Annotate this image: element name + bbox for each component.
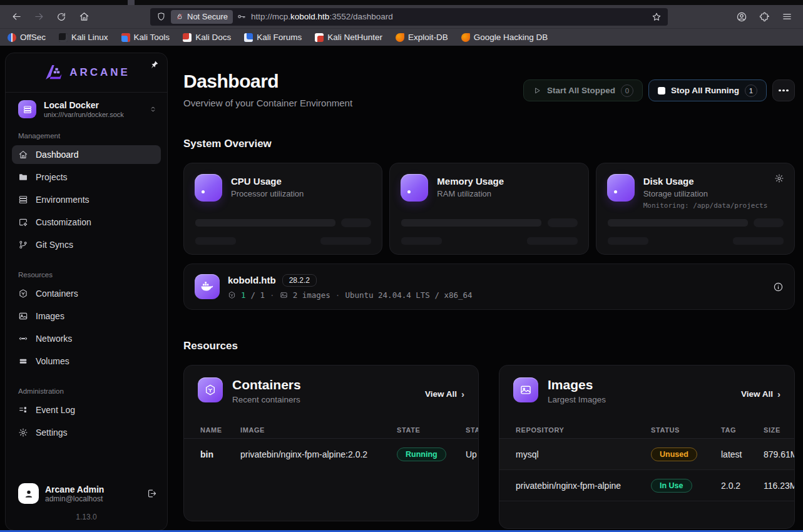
loading-spinner-dot (614, 190, 617, 193)
forward-button[interactable] (29, 8, 49, 26)
cpu-card-icon (195, 174, 222, 202)
arcane-logo-icon (43, 62, 64, 83)
bookmark-kali-forums[interactable]: Kali Forums (244, 33, 302, 42)
sidebar-item-environments[interactable]: Environments (12, 190, 161, 209)
images-view-all-link[interactable]: View All › (741, 384, 780, 404)
reload-button[interactable] (51, 8, 71, 26)
sidebar-item-containers[interactable]: Containers (12, 284, 161, 303)
chevron-right-icon: › (777, 389, 780, 399)
brand-row: ARCANE (6, 53, 167, 93)
image-row[interactable]: mysql Unused latest 879.61MB (499, 439, 794, 470)
container-image: privatebin/nginx-fpm-alpine:2.0.2 (240, 449, 397, 459)
bookmark-google-hacking-db[interactable]: Google Hacking DB (461, 33, 548, 42)
bookmark-label: Kali Tools (134, 33, 170, 42)
bookmark-offsec[interactable]: OffSec (8, 33, 46, 42)
bookmark-label: Google Hacking DB (474, 33, 548, 42)
bookmark-label: Kali Docs (195, 33, 231, 42)
containers-view-all-link[interactable]: View All › (425, 384, 464, 404)
image-row[interactable]: privatebin/nginx-fpm-alpine In Use 2.0.2… (499, 470, 794, 501)
home-icon (18, 150, 28, 160)
sidebar: ARCANE Local Docker unix:///var/run/dock… (5, 53, 168, 531)
col-tag: TAG (721, 426, 764, 434)
sidebar-item-images[interactable]: Images (12, 307, 161, 325)
home-button[interactable] (74, 8, 94, 26)
sidebar-item-networks[interactable]: Networks (12, 329, 161, 348)
kali-tools-icon (121, 33, 130, 42)
sidebar-item-label: Projects (36, 172, 68, 182)
url-text: http://mcp.kobold.htb:3552/dashboard (251, 12, 393, 21)
home-icon (79, 11, 90, 22)
shield-permissions-icon (156, 12, 166, 21)
images-summary: 2 images (293, 290, 330, 300)
environment-name: Local Docker (44, 100, 124, 110)
skeleton-pill (754, 218, 784, 227)
sidebar-item-git-syncs[interactable]: Git Syncs (12, 235, 161, 254)
dot-separator: · (335, 290, 340, 300)
sidebar-item-customization[interactable]: Customization (12, 213, 161, 232)
bookmark-kali-tools[interactable]: Kali Tools (121, 33, 170, 42)
security-chip[interactable]: Not Secure (171, 10, 233, 24)
bookmark-label: Exploit-DB (408, 33, 448, 42)
gear-icon (18, 427, 28, 437)
start-all-stopped-button[interactable]: Start All Stopped 0 (523, 79, 643, 101)
bookmark-exploit-db[interactable]: Exploit-DB (396, 33, 448, 42)
folder-icon (18, 172, 28, 182)
stat-cards-row: CPU Usage Processor utilization Memory U… (183, 163, 795, 255)
user-email: admin@localhost (45, 494, 104, 503)
stat-card-title: Memory Usage (437, 176, 504, 187)
stop-all-running-button[interactable]: Stop All Running 1 (648, 79, 767, 101)
skeleton-pill (548, 218, 578, 227)
stat-card-title: Disk Usage (643, 176, 768, 187)
environment-icon (18, 100, 36, 118)
info-icon[interactable] (773, 282, 784, 292)
stat-card-subtitle: RAM utilization (437, 189, 504, 198)
sidebar-item-volumes[interactable]: Volumes (12, 352, 161, 371)
account-button[interactable] (732, 8, 752, 26)
bookmark-star-icon[interactable] (652, 12, 662, 22)
image-icon (18, 311, 28, 321)
sidebar-item-projects[interactable]: Projects (12, 168, 161, 187)
images-card-icon (513, 377, 538, 402)
chevron-up-down-icon (149, 105, 157, 113)
image-tag: 2.0.2 (721, 481, 764, 491)
network-arrows-icon (18, 334, 28, 344)
window-top-strip (0, 0, 803, 5)
images-card-title: Images (548, 377, 606, 392)
environment-selector[interactable]: Local Docker unix:///var/run/docker.sock (6, 93, 167, 126)
disk-settings-gear-icon[interactable] (774, 173, 784, 183)
host-text: kobold.htb 28.2.2 1 / 1 · 2 images · Ubu… (228, 274, 473, 300)
bookmark-label: Kali NetHunter (327, 33, 382, 42)
screen: Not Secure http://mcp.kobold.htb:3552/da… (0, 0, 803, 532)
extensions-button[interactable] (754, 8, 774, 26)
sidebar-item-dashboard[interactable]: Dashboard (12, 145, 161, 164)
host-name: kobold.htb (228, 275, 276, 285)
containers-card-subtitle: Recent containers (232, 395, 301, 404)
avatar[interactable] (18, 483, 39, 504)
image-tag: latest (721, 449, 764, 459)
sidebar-item-label: Images (36, 311, 64, 321)
skeleton-bar (527, 237, 578, 245)
bookmark-kali-linux[interactable]: Kali Linux (59, 33, 108, 42)
bookmark-kali-docs[interactable]: Kali Docs (183, 33, 231, 42)
col-image: IMAGE (240, 426, 397, 434)
sidebar-item-settings[interactable]: Settings (12, 423, 161, 442)
more-actions-button[interactable] (772, 79, 795, 101)
container-row[interactable]: bin privatebin/nginx-fpm-alpine:2.0.2 Ru… (184, 439, 478, 470)
stat-card-title: CPU Usage (231, 176, 304, 187)
col-state: STATE (397, 426, 466, 434)
pin-icon[interactable] (150, 60, 159, 69)
sidebar-item-event-log[interactable]: Event Log (12, 401, 161, 419)
url-host: kobold.htb (290, 12, 329, 21)
kali-dragon-icon (59, 33, 68, 42)
section-label-administration: Administration (6, 381, 167, 399)
play-icon (533, 86, 541, 95)
containers-total: / 1 (251, 290, 265, 300)
back-button[interactable] (6, 8, 26, 26)
bookmark-label: Kali Linux (71, 33, 108, 42)
ellipsis-icon (779, 90, 781, 92)
status-badge: In Use (651, 479, 692, 493)
menu-button[interactable] (777, 8, 797, 26)
url-bar[interactable]: Not Secure http://mcp.kobold.htb:3552/da… (150, 8, 668, 26)
bookmark-kali-nethunter[interactable]: Kali NetHunter (315, 33, 382, 42)
logout-icon[interactable] (146, 488, 157, 499)
